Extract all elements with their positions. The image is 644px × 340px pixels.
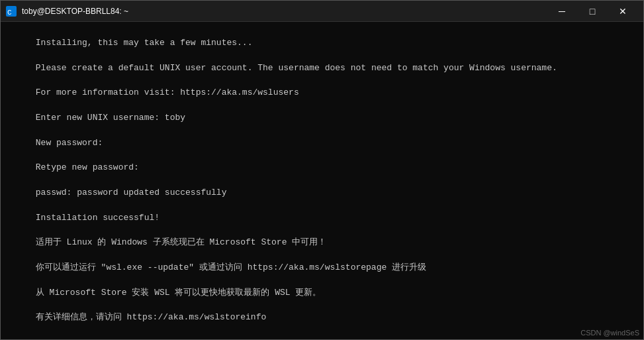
title-bar: C toby@DESKTOP-BBRLL84: ~ ─ □ ✕ bbox=[1, 1, 643, 22]
close-button[interactable]: ✕ bbox=[608, 1, 638, 22]
terminal-line-4: Enter new UNIX username: toby bbox=[36, 113, 185, 123]
terminal-line-7: passwd: password updated successfully bbox=[36, 188, 227, 198]
window-controls: ─ □ ✕ bbox=[547, 1, 638, 22]
terminal-body[interactable]: Installing, this may take a few minutes.… bbox=[1, 22, 643, 339]
terminal-line-10: 你可以通过运行 "wsl.exe --update" 或通过访问 https:/… bbox=[36, 262, 426, 272]
maximize-button[interactable]: □ bbox=[577, 1, 608, 22]
terminal-line-12: 有关详细信息，请访问 https://aka.ms/wslstoreinfo bbox=[36, 312, 266, 322]
svg-text:C: C bbox=[7, 9, 12, 17]
terminal-line-3: For more information visit: https://aka.… bbox=[36, 87, 299, 97]
terminal-line-5: New password: bbox=[36, 138, 103, 148]
terminal-output: Installing, this may take a few minutes.… bbox=[5, 25, 639, 339]
terminal-line-8: Installation successful! bbox=[36, 213, 160, 223]
window-title: toby@DESKTOP-BBRLL84: ~ bbox=[22, 7, 547, 16]
terminal-line-6: Retype new password: bbox=[36, 162, 139, 172]
terminal-window: C toby@DESKTOP-BBRLL84: ~ ─ □ ✕ Installi… bbox=[0, 0, 644, 340]
terminal-line-1: Installing, this may take a few minutes.… bbox=[36, 38, 253, 48]
terminal-line-11: 从 Microsoft Store 安装 WSL 将可以更快地获取最新的 WSL… bbox=[36, 288, 322, 298]
terminal-line-9: 适用于 Linux 的 Windows 子系统现已在 Microsoft Sto… bbox=[36, 237, 326, 247]
minimize-button[interactable]: ─ bbox=[547, 1, 577, 22]
app-icon: C bbox=[6, 6, 17, 17]
watermark: CSDN @windSeS bbox=[580, 329, 639, 337]
terminal-line-2: Please create a default UNIX user accoun… bbox=[36, 63, 557, 73]
